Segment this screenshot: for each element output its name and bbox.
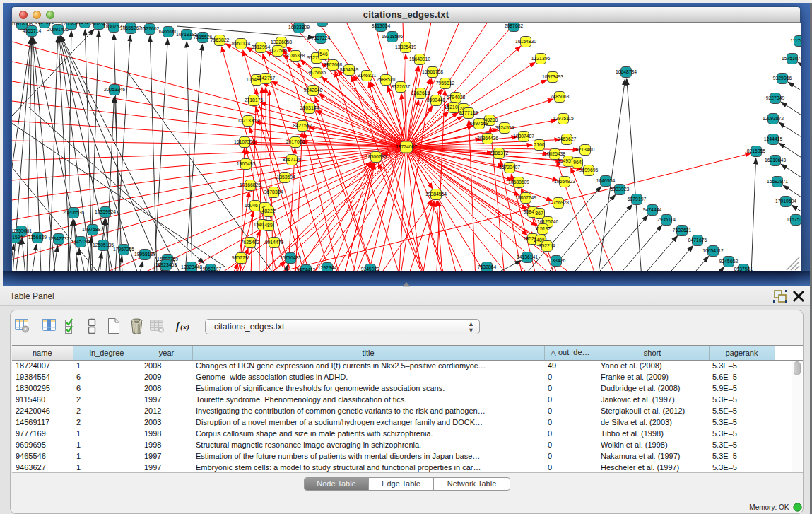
svg-text:16154830: 16154830	[515, 39, 536, 44]
svg-text:7955812: 7955812	[436, 81, 455, 86]
svg-text:3678334: 3678334	[264, 189, 283, 194]
svg-text:19218506: 19218506	[382, 34, 403, 39]
svg-text:1362615: 1362615	[411, 90, 430, 95]
svg-text:7515526: 7515526	[194, 35, 213, 40]
svg-text:867: 867	[535, 211, 543, 216]
svg-text:20206536: 20206536	[63, 210, 84, 215]
svg-text:8267130: 8267130	[283, 157, 302, 162]
svg-text:1965493: 1965493	[237, 161, 256, 166]
svg-text:19654923: 19654923	[554, 179, 575, 184]
svg-text:964: 964	[573, 160, 582, 165]
svg-text:2803144: 2803144	[300, 105, 319, 110]
svg-text:9474444: 9474444	[643, 207, 662, 212]
svg-text:10655267: 10655267	[120, 25, 141, 30]
svg-text:2588520: 2588520	[377, 77, 396, 82]
svg-text:10025438: 10025438	[544, 151, 565, 156]
svg-text:17359924: 17359924	[95, 209, 116, 214]
svg-text:17010504: 17010504	[775, 199, 796, 204]
svg-text:8322037: 8322037	[392, 84, 411, 89]
svg-text:16210643: 16210643	[765, 158, 786, 163]
svg-text:19166825: 19166825	[240, 182, 261, 187]
svg-text:7625402: 7625402	[241, 240, 260, 245]
svg-text:16961758: 16961758	[422, 69, 443, 74]
svg-text:12505135: 12505135	[93, 243, 114, 247]
svg-text:15720407: 15720407	[499, 165, 520, 170]
svg-text:5933923: 5933923	[611, 187, 630, 192]
svg-text:1145194: 1145194	[71, 239, 90, 244]
svg-text:(x): (x)	[180, 322, 189, 332]
svg-text:10654112: 10654112	[702, 248, 724, 253]
svg-text:15692971: 15692971	[767, 179, 788, 184]
svg-text:2160: 2160	[534, 142, 544, 147]
svg-text:1221396: 1221396	[531, 56, 551, 61]
svg-text:8454749: 8454749	[340, 67, 359, 72]
svg-text:9245652: 9245652	[719, 259, 739, 264]
svg-text:8215955: 8215955	[747, 148, 766, 153]
svg-text:16107553: 16107553	[234, 139, 255, 144]
svg-text:17957255: 17957255	[113, 247, 134, 252]
svg-text:20091406: 20091406	[47, 27, 69, 32]
svg-text:18807249: 18807249	[515, 195, 536, 200]
svg-text:6466160: 6466160	[159, 29, 178, 34]
svg-text:15751074: 15751074	[782, 56, 801, 61]
svg-text:18300295: 18300295	[365, 154, 387, 159]
svg-text:15640910: 15640910	[409, 57, 430, 62]
svg-text:9699695: 9699695	[579, 168, 599, 173]
svg-text:2718176: 2718176	[245, 98, 264, 103]
svg-text:12975115: 12975115	[553, 116, 574, 121]
svg-text:7386372: 7386372	[490, 151, 509, 156]
svg-text:13226058: 13226058	[271, 40, 292, 45]
svg-text:7963822: 7963822	[211, 37, 230, 42]
svg-text:9857791: 9857791	[232, 255, 251, 260]
svg-text:2017006: 2017006	[286, 139, 305, 144]
svg-text:15716485: 15716485	[280, 255, 301, 260]
svg-text:12213369: 12213369	[237, 118, 259, 123]
svg-text:8912954: 8912954	[252, 45, 271, 49]
svg-text:10688609: 10688609	[508, 180, 529, 185]
svg-text:8813054: 8813054	[372, 23, 391, 28]
svg-text:2867608: 2867608	[324, 62, 343, 67]
svg-text:8213400: 8213400	[576, 147, 595, 152]
svg-text:1640954: 1640954	[596, 178, 616, 183]
svg-text:9242848: 9242848	[304, 88, 323, 93]
svg-text:12923463: 12923463	[155, 262, 177, 267]
svg-text:8471676: 8471676	[688, 238, 707, 243]
svg-text:12342737: 12342737	[48, 236, 69, 241]
svg-text:19958107: 19958107	[200, 267, 221, 271]
svg-text:9245923: 9245923	[361, 267, 380, 271]
svg-text:1167534: 1167534	[787, 217, 801, 222]
svg-text:7357224: 7357224	[312, 35, 331, 40]
svg-text:1156829: 1156829	[28, 235, 47, 240]
svg-text:8937561: 8937561	[734, 267, 753, 271]
svg-text:1292344: 1292344	[318, 265, 337, 270]
svg-text:8427552: 8427552	[293, 123, 312, 128]
svg-text:13325419: 13325419	[395, 45, 416, 49]
svg-text:6879197: 6879197	[628, 197, 647, 201]
svg-text:20364436: 20364436	[477, 136, 498, 141]
svg-text:252214: 252214	[539, 243, 555, 248]
svg-text:12823448: 12823448	[181, 264, 202, 269]
svg-text:18724007: 18724007	[396, 144, 417, 149]
svg-text:8990448: 8990448	[427, 98, 446, 103]
svg-text:2935114: 2935114	[657, 217, 676, 222]
svg-text:20053346: 20053346	[104, 87, 125, 92]
svg-text:48222: 48222	[262, 209, 276, 214]
svg-text:16033809: 16033809	[288, 25, 310, 30]
svg-text:9227349: 9227349	[766, 95, 785, 100]
svg-text:10756928: 10756928	[548, 200, 569, 205]
svg-text:391594: 391594	[12, 235, 23, 240]
svg-text:9463627: 9463627	[558, 136, 577, 141]
svg-text:2242757: 2242757	[257, 76, 276, 81]
svg-text:8186328: 8186328	[286, 53, 305, 58]
svg-text:8660124: 8660124	[232, 41, 251, 46]
svg-text:6794028: 6794028	[447, 95, 466, 100]
svg-text:7632621: 7632621	[673, 228, 692, 233]
svg-text:3624554: 3624554	[495, 125, 514, 130]
svg-text:9327505: 9327505	[269, 48, 288, 53]
svg-text:19958137: 19958137	[134, 252, 155, 257]
svg-text:10807487: 10807487	[513, 134, 534, 139]
svg-text:8958905: 8958905	[313, 23, 332, 23]
svg-text:7632864: 7632864	[478, 264, 497, 269]
svg-text:10973493: 10973493	[542, 74, 563, 79]
svg-text:19384554: 19384554	[425, 192, 447, 197]
